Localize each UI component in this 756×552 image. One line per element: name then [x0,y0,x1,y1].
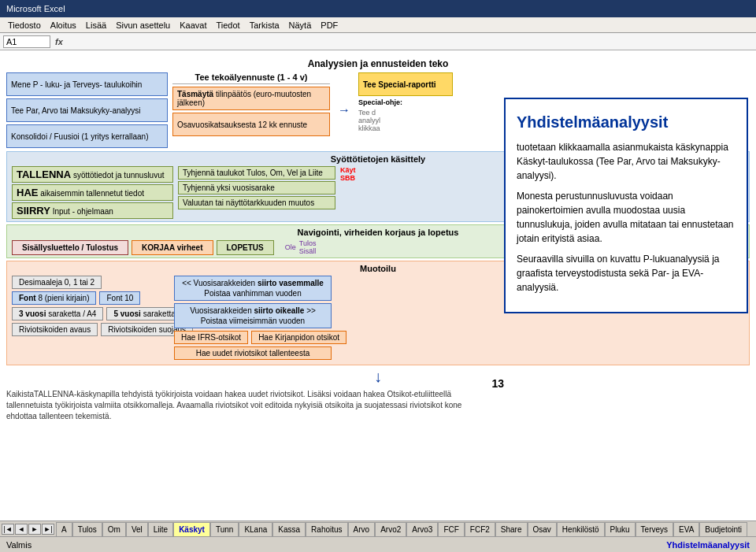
main-area: Analyysien ja ennusteiden teko Mene P - … [0,50,756,521]
tab-navigation: |◄ ◄ ► ►| [0,524,56,535]
tab-eva[interactable]: EVA [673,522,699,536]
menu-pdf[interactable]: PDF [316,20,343,30]
menu-tiedot[interactable]: Tiedot [211,20,244,30]
vuosi3-rest: saraketta / A4 [48,309,96,318]
riviot-avaus-button[interactable]: Riviotsikoiden avaus [12,323,98,336]
menu-aloitus[interactable]: Aloitus [46,20,81,30]
fx-label: fx [50,37,68,46]
tab-first-button[interactable]: |◄ [2,524,14,535]
spreadsheet-content: Analyysien ja ennusteiden teko Mene P - … [0,50,756,521]
konsolidoi-button[interactable]: Konsolidoi / Fuusioi (1 yritys kerrallaa… [6,124,168,148]
siirry-button[interactable]: SIIRRY Input - ohjelmaan [12,202,173,219]
tab-om[interactable]: Om [102,522,126,536]
tab-kaskyt[interactable]: Käskyt [173,522,210,536]
tallenna-rest: syöttötiedot ja tunnusluvut [73,171,165,180]
tab-a[interactable]: A [56,522,72,536]
arrow-indicator: → [335,72,354,148]
tab-arvo2[interactable]: Arvo2 [375,522,406,536]
tallenna-button[interactable]: TALLENNA syöttötiedot ja tunnusluvut [12,166,173,183]
menu-lisaa[interactable]: Lisää [81,20,111,30]
tab-budjetointi[interactable]: Budjetointi [699,522,747,536]
sheet-tabs: |◄ ◄ ► ►| A Tulos Om Vel Liite Käskyt Tu… [0,521,756,536]
tab-arvo[interactable]: Arvo [348,522,376,536]
tab-klana[interactable]: KLana [239,522,272,536]
tab-share[interactable]: Share [495,522,528,536]
special-ohje-label: Special-ohje: [358,98,453,106]
vuosi5-bold: 5 vuosi [113,309,140,318]
shift-right-button[interactable]: Vuosisarakkeiden siirto oikealle >>Poist… [174,303,332,328]
status-left: Valmis [6,540,32,550]
tab-osav[interactable]: Osav [528,522,557,536]
menu-nayta[interactable]: Näytä [284,20,317,30]
tulos-label: TulosSisäll [299,239,317,255]
tab-fcf[interactable]: FCF [438,522,464,536]
tab-fcf2[interactable]: FCF2 [465,522,495,536]
popup-para2: Monesta perustunnusluvusta voidaan paino… [517,189,736,246]
osavuosi-button[interactable]: Osavuosikatsauksesta 12 kk ennuste [172,113,330,136]
menu-tiedosto[interactable]: Tiedosto [3,20,46,30]
tab-arvo3[interactable]: Arvo3 [406,522,438,536]
tallenna-bold: TALLENNA [17,169,71,180]
menu-bar: Tiedosto Aloitus Lisää Sivun asettelu Ka… [0,17,756,33]
popup-para3: Seuraavilla sivuilla on kuvattu P-lukuan… [517,252,736,295]
hae-ifrs-button[interactable]: Hae IFRS-otsikot [174,331,248,344]
siirry-bold: SIIRRY [17,205,50,217]
cell-reference[interactable]: A1 [3,35,50,48]
tab-rahoitus[interactable]: Rahoitus [306,522,347,536]
hae-rest: aikaisemmin tallennetut tiedot [40,189,144,198]
popup-title: Yhdistelmäanalyysit [517,110,736,134]
tab-kassa[interactable]: Kassa [272,522,306,536]
desimaaleja-button[interactable]: Desimaaleja 0, 1 tai 2 [12,276,102,289]
lopetus-button[interactable]: LOPETUS [217,240,274,255]
hae-bold: HAE [17,187,38,198]
page-number: 13 [491,377,504,390]
special-raportti-button[interactable]: Tee Special-raportti [358,72,453,96]
tab-last-button[interactable]: ►| [42,524,54,535]
shift-right-text: Vuosisarakkeiden siirto oikealle >>Poist… [190,306,316,325]
font8-rest: 8 (pieni kirjain) [38,294,89,302]
tab-next-button[interactable]: ► [28,524,41,535]
hae-uudet-button[interactable]: Hae uudet riviotsikot tallenteesta [174,346,332,360]
siirry-rest: Input - ohjelmaan [53,207,113,216]
tab-vel[interactable]: Vel [126,522,148,536]
bottom-description: KaikistaTALLENNA-käskynapilla tehdyistä … [6,389,463,422]
hae-kirjanpito-button[interactable]: Hae Kirjanpidon otsikot [251,331,346,344]
tab-liite[interactable]: Liite [148,522,173,536]
vuosi3-button[interactable]: 3 vuosi saraketta / A4 [12,307,103,320]
tab-henkilosto[interactable]: Henkilöstö [557,522,605,536]
tyhjenna2-button[interactable]: Tyhjennä yksi vuosisarake [178,181,335,194]
font-bold: Font [19,294,36,302]
font8-button[interactable]: Font 8 (pieni kirjain) [12,291,96,305]
hae-button[interactable]: HAE aikaisemmin tallennetut tiedot [12,184,173,201]
tab-terveys[interactable]: Terveys [636,522,673,536]
title-bar: Microsoft Excel [0,0,756,17]
right-arrow-icon: → [335,103,354,117]
main-title: Analyysien ja ennusteiden teko [6,58,750,69]
font10-button[interactable]: Font 10 [99,291,140,305]
sisallysluettelo-button[interactable]: Sisällysluettelo / Tulostus [12,240,128,255]
menu-sivun-asettelu[interactable]: Sivun asettelu [111,20,175,30]
shift-left-text: << Vuosisarakkeiden siirto vasemmallePoi… [182,279,324,298]
status-right: Yhdistelmäanalyysit [666,540,750,550]
tasmayta-button[interactable]: Täsmäytä tilinpäätös (euro-muutosten jäl… [172,87,330,110]
valuuta-button[interactable]: Valuutan tai näyttötarkkuuden muutos [178,196,335,209]
formula-input[interactable] [68,37,753,46]
tab-tunn[interactable]: Tunn [210,522,239,536]
menu-kaavat[interactable]: Kaavat [175,20,211,30]
mene-taulukoihin-button[interactable]: Mene P - luku- ja Terveys- taulukoihin [6,72,168,96]
status-bar: Valmis Yhdistelmäanalyysit [0,536,756,552]
tab-tulos[interactable]: Tulos [72,522,102,536]
tab-pluku[interactable]: Pluku [605,522,636,536]
korjaa-button[interactable]: KORJAA virheet [132,240,213,255]
tab-prev-button[interactable]: ◄ [15,524,28,535]
menu-tarkista[interactable]: Tarkista [245,20,284,30]
tee-par-arvo-button[interactable]: Tee Par, Arvo tai Maksukyky-analyysi [6,98,168,122]
shift-left-button[interactable]: << Vuosisarakkeiden siirto vasemmallePoi… [174,276,332,301]
ennuste-title: Tee tekoälyennuste (1 - 4 v) [172,72,330,84]
app-title: Microsoft Excel [6,4,65,13]
kaytto-label: KäytSBB [340,166,403,182]
formula-bar: A1 fx [0,33,756,50]
popup-para1: tuotetaan klikkaamalla asianmukaista käs… [517,140,736,183]
tyhjenna1-button[interactable]: Tyhjennä taulukot Tulos, Om, Vel ja Liit… [178,166,335,180]
tasmayta-bold: Täsmäytä [177,90,213,98]
